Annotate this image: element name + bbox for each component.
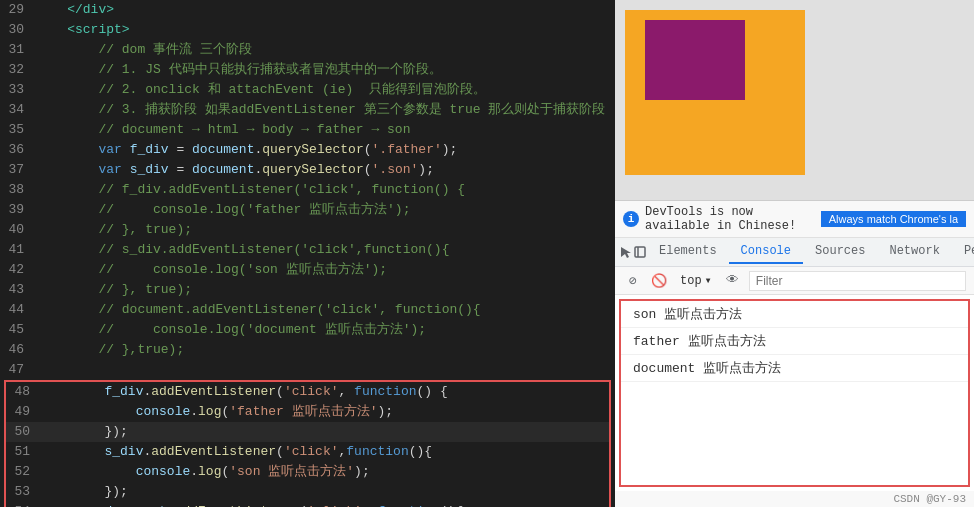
bottom-bar-text: CSDN @GY-93 bbox=[893, 493, 966, 505]
console-entry-1: son 监听点击方法 bbox=[621, 301, 968, 328]
code-line-42: 42 // console.log('son 监听点击方法'); bbox=[0, 260, 615, 280]
preview-canvas bbox=[615, 0, 974, 200]
purple-box bbox=[645, 20, 745, 100]
code-line-50: 50 }); bbox=[6, 422, 609, 442]
code-line-51: 51 s_div.addEventListener('click',functi… bbox=[6, 442, 609, 462]
code-line-44: 44 // document.addEventListener('click',… bbox=[0, 300, 615, 320]
tab-network[interactable]: Network bbox=[877, 240, 951, 264]
devtools-tabs: Elements Console Sources Network Perf bbox=[615, 238, 974, 267]
bottom-bar: CSDN @GY-93 bbox=[615, 491, 974, 507]
console-entry-2: father 监听点击方法 bbox=[621, 328, 968, 355]
info-icon: i bbox=[623, 211, 639, 227]
block-icon[interactable]: 🚫 bbox=[649, 271, 669, 291]
code-line-31: 31 // dom 事件流 三个阶段 bbox=[0, 40, 615, 60]
code-line-53: 53 }); bbox=[6, 482, 609, 502]
code-line-32: 32 // 1. JS 代码中只能执行捕获或者冒泡其中的一个阶段。 bbox=[0, 60, 615, 80]
code-line-37: 37 var s_div = document.querySelector('.… bbox=[0, 160, 615, 180]
code-line-48: 48 f_div.addEventListener('click', funct… bbox=[6, 382, 609, 402]
code-line-46: 46 // },true); bbox=[0, 340, 615, 360]
devtools-panel: i DevTools is now available in Chinese! … bbox=[615, 200, 974, 507]
devtools-notification: i DevTools is now available in Chinese! … bbox=[615, 201, 974, 238]
tab-console[interactable]: Console bbox=[729, 240, 803, 264]
top-dropdown[interactable]: top ▾ bbox=[675, 270, 717, 291]
inspect-icon[interactable] bbox=[633, 238, 647, 266]
code-line-29: 29 </div> bbox=[0, 0, 615, 20]
code-line-40: 40 // }, true); bbox=[0, 220, 615, 240]
code-line-38: 38 // f_div.addEventListener('click', fu… bbox=[0, 180, 615, 200]
cursor-icon[interactable] bbox=[619, 238, 633, 266]
code-line-52: 52 console.log('son 监听点击方法'); bbox=[6, 462, 609, 482]
svg-rect-0 bbox=[635, 247, 645, 257]
code-line-49: 49 console.log('father 监听点击方法'); bbox=[6, 402, 609, 422]
tab-perf[interactable]: Perf bbox=[952, 240, 974, 264]
right-panel: i DevTools is now available in Chinese! … bbox=[615, 0, 974, 507]
top-label: top bbox=[680, 274, 702, 288]
code-editor: 29 </div> 30 <script> 31 // dom 事件流 三个阶段… bbox=[0, 0, 615, 507]
filter-input[interactable] bbox=[749, 271, 966, 291]
code-line-43: 43 // }, true); bbox=[0, 280, 615, 300]
browser-preview bbox=[615, 0, 974, 200]
code-line-39: 39 // console.log('father 监听点击方法'); bbox=[0, 200, 615, 220]
normal-lines: 29 </div> 30 <script> 31 // dom 事件流 三个阶段… bbox=[0, 0, 615, 380]
code-line-47: 47 bbox=[0, 360, 615, 380]
always-match-button[interactable]: Always match Chrome's la bbox=[821, 211, 966, 227]
console-output: son 监听点击方法 father 监听点击方法 document 监听点击方法 bbox=[619, 299, 970, 487]
clear-console-icon[interactable]: ⊘ bbox=[623, 271, 643, 291]
console-toolbar: ⊘ 🚫 top ▾ 👁 bbox=[615, 267, 974, 295]
code-line-54: 54 document.addEventListener('click', fu… bbox=[6, 502, 609, 507]
code-line-45: 45 // console.log('document 监听点击方法'); bbox=[0, 320, 615, 340]
eye-icon[interactable]: 👁 bbox=[723, 271, 743, 291]
notification-text: DevTools is now available in Chinese! bbox=[645, 205, 815, 233]
highlighted-code-block: 48 f_div.addEventListener('click', funct… bbox=[4, 380, 611, 507]
code-line-35: 35 // document → html → body → father → … bbox=[0, 120, 615, 140]
code-line-33: 33 // 2. onclick 和 attachEvent (ie) 只能得到… bbox=[0, 80, 615, 100]
code-line-41: 41 // s_div.addEventListener('click',fun… bbox=[0, 240, 615, 260]
dropdown-arrow-icon: ▾ bbox=[705, 273, 712, 288]
console-entry-3: document 监听点击方法 bbox=[621, 355, 968, 382]
code-line-36: 36 var f_div = document.querySelector('.… bbox=[0, 140, 615, 160]
tab-sources[interactable]: Sources bbox=[803, 240, 877, 264]
code-line-34: 34 // 3. 捕获阶段 如果addEventListener 第三个参数是 … bbox=[0, 100, 615, 120]
tab-elements[interactable]: Elements bbox=[647, 240, 729, 264]
code-line-30: 30 <script> bbox=[0, 20, 615, 40]
